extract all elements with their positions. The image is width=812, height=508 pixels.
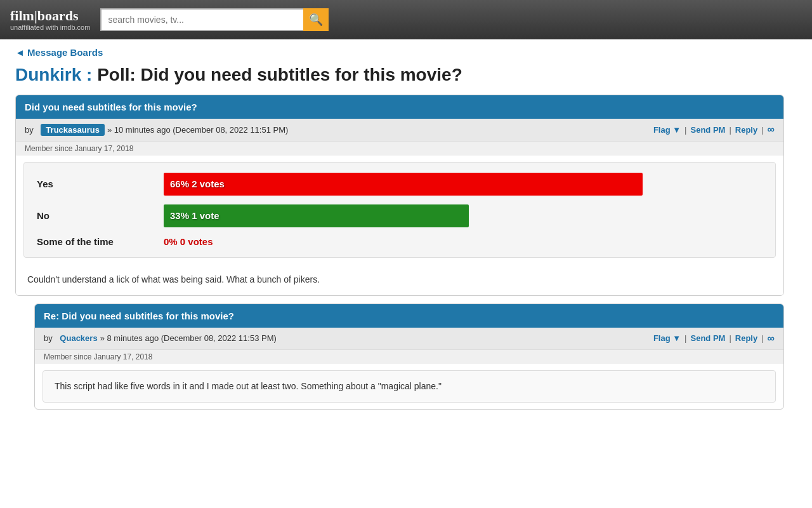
- reply-body-text: This script had like five words in it an…: [55, 381, 442, 391]
- poll-bar-yes: 66% 2 votes: [164, 173, 643, 196]
- post-meta-left: by Truckasaurus » 10 minutes ago (Decemb…: [25, 124, 288, 136]
- breadcrumb-link[interactable]: ◄ Message Boards: [15, 47, 103, 58]
- page-title-sep: :: [81, 65, 97, 84]
- poll-area: Yes 66% 2 votes No 33% 1 vote Some of: [23, 162, 776, 258]
- reply-by-label: by: [44, 333, 53, 343]
- poll-row-some: Some of the time 0% 0 votes: [37, 236, 763, 247]
- poll-bar-no: 33% 1 vote: [164, 204, 469, 227]
- post-meta-right: Flag ▼ | Send PM | Reply | ∞: [653, 124, 775, 135]
- poll-bar-no-container: 33% 1 vote: [164, 204, 763, 227]
- page-title-rest: Poll: Did you need subtitles for this mo…: [97, 65, 462, 84]
- reply-infinity-icon[interactable]: ∞: [768, 333, 775, 344]
- flag-button[interactable]: Flag ▼: [653, 125, 681, 135]
- poll-label-yes: Yes: [37, 178, 164, 189]
- reply-timestamp: » 8 minutes ago (December 08, 2022 11:53…: [100, 333, 277, 343]
- search-input[interactable]: [100, 8, 303, 31]
- infinity-icon[interactable]: ∞: [768, 124, 775, 135]
- reply-header-bar: Re: Did you need subtitles for this movi…: [35, 304, 783, 328]
- poll-row-no: No 33% 1 vote: [37, 204, 763, 227]
- reply-meta-left: by Quackers » 8 minutes ago (December 08…: [44, 333, 277, 343]
- reply-post: Re: Did you need subtitles for this movi…: [34, 304, 784, 410]
- reply-meta: by Quackers » 8 minutes ago (December 08…: [35, 328, 783, 349]
- post-member-since: Member since January 17, 2018: [16, 141, 783, 156]
- post-title: Did you need subtitles for this movie?: [25, 102, 197, 112]
- by-label: by: [25, 125, 34, 135]
- reply-meta-right: Flag ▼ | Send PM | Reply | ∞: [653, 333, 775, 344]
- poll-zero-container: 0% 0 votes: [164, 236, 763, 247]
- post-body-text: Couldn't understand a lick of what was b…: [27, 274, 320, 284]
- poll-label-some: Some of the time: [37, 236, 164, 247]
- logo-text[interactable]: film|boards: [10, 8, 90, 23]
- reply-reply-button[interactable]: Reply: [735, 333, 757, 343]
- breadcrumb-label: Message Boards: [27, 47, 103, 58]
- poll-label-no: No: [37, 210, 164, 221]
- poll-bar-no-text: 33% 1 vote: [170, 210, 219, 221]
- main-post: Did you need subtitles for this movie? b…: [15, 95, 784, 296]
- post-meta: by Truckasaurus » 10 minutes ago (Decemb…: [16, 119, 783, 141]
- reply-flag-button[interactable]: Flag ▼: [653, 333, 681, 343]
- main-content: ◄ Message Boards Dunkirk : Poll: Did you…: [0, 39, 799, 425]
- reply-body: This script had like five words in it an…: [43, 370, 776, 403]
- reply-button[interactable]: Reply: [735, 125, 757, 135]
- logo-subtitle: unaffiliated with imdb.com: [10, 23, 90, 31]
- poll-bar-yes-container: 66% 2 votes: [164, 173, 763, 196]
- post-username[interactable]: Truckasaurus: [41, 124, 105, 136]
- header: film|boards unaffiliated with imdb.com 🔍: [0, 0, 812, 39]
- logo-area: film|boards unaffiliated with imdb.com: [10, 8, 90, 31]
- poll-bar-yes-text: 66% 2 votes: [170, 178, 225, 189]
- post-body: Couldn't understand a lick of what was b…: [16, 264, 783, 295]
- search-button[interactable]: 🔍: [303, 8, 329, 31]
- reply-title: Re: Did you need subtitles for this movi…: [44, 311, 234, 321]
- page-title-movie: Dunkirk: [15, 65, 81, 84]
- post-header-bar: Did you need subtitles for this movie?: [16, 95, 783, 119]
- search-form[interactable]: 🔍: [100, 8, 329, 31]
- poll-zero-text: 0% 0 votes: [164, 236, 213, 247]
- reply-username[interactable]: Quackers: [60, 333, 97, 343]
- search-icon: 🔍: [309, 13, 323, 27]
- page-title: Dunkirk : Poll: Did you need subtitles f…: [15, 64, 784, 86]
- breadcrumb: ◄ Message Boards: [15, 47, 784, 58]
- poll-row-yes: Yes 66% 2 votes: [37, 173, 763, 196]
- breadcrumb-arrow: ◄: [15, 47, 25, 58]
- reply-sendpm-button[interactable]: Send PM: [691, 333, 726, 343]
- reply-member-since: Member since January 17, 2018: [35, 349, 783, 364]
- post-timestamp: » 10 minutes ago (December 08, 2022 11:5…: [107, 125, 288, 135]
- sendpm-button[interactable]: Send PM: [691, 125, 726, 135]
